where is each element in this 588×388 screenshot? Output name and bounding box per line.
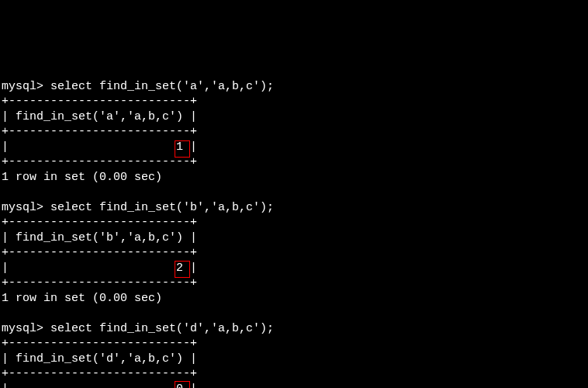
table-divider: +--------------------------+ [2, 367, 197, 380]
table-header: | find_in_set('a','a,b,c') | [2, 110, 197, 123]
table-divider: +--------------------------+ [2, 276, 197, 289]
table-divider: +--------------------------+ [2, 246, 197, 259]
mysql-terminal[interactable]: mysql> select find_in_set('a','a,b,c'); … [2, 64, 586, 388]
table-header: | find_in_set('b','a,b,c') | [2, 231, 197, 244]
table-divider: +--------------------------+ [2, 216, 197, 229]
table-divider: +--------------------------+ [2, 337, 197, 350]
query-footer: 1 row in set (0.00 sec) [2, 292, 162, 305]
table-row: | 2 | [2, 262, 197, 275]
table-divider: +--------------------------+ [2, 125, 197, 138]
sql-command: select find_in_set('b','a,b,c'); [50, 201, 274, 214]
table-row: | 0 | [2, 383, 197, 389]
sql-command: select find_in_set('d','a,b,c'); [50, 322, 274, 335]
table-row: | 1 | [2, 140, 197, 154]
prompt: mysql> [2, 322, 50, 335]
table-divider: +--------------------------+ [2, 155, 197, 168]
table-divider: +--------------------------+ [2, 95, 197, 108]
query-footer: 1 row in set (0.00 sec) [2, 171, 162, 184]
prompt: mysql> [2, 201, 50, 214]
sql-command: select find_in_set('a','a,b,c'); [50, 80, 274, 93]
prompt: mysql> [2, 80, 50, 93]
table-header: | find_in_set('d','a,b,c') | [2, 352, 197, 365]
